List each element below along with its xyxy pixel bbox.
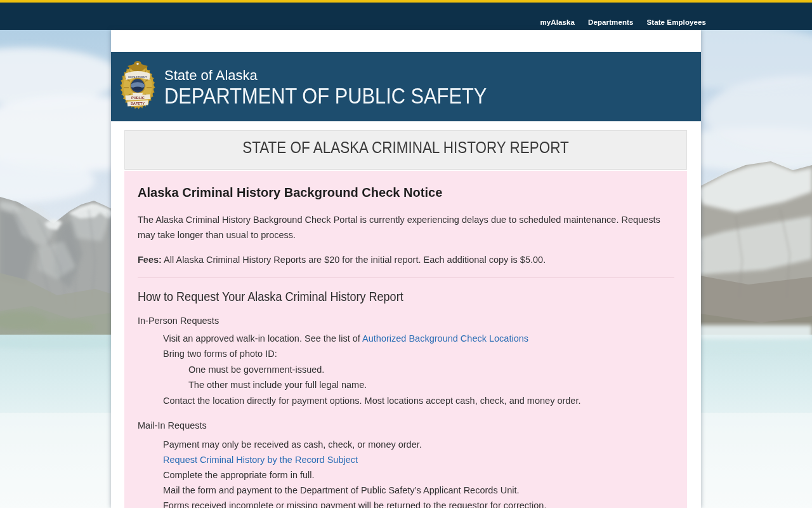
svg-text:SAFETY: SAFETY (131, 102, 145, 105)
svg-text:PUBLIC: PUBLIC (131, 95, 145, 99)
